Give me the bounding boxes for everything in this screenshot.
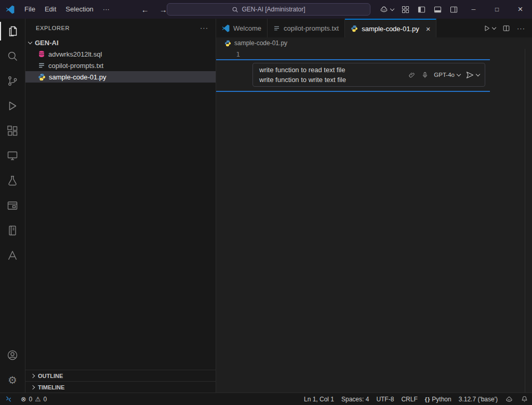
tab-sample-code-01-py[interactable]: sample-code-01.py × xyxy=(345,19,436,37)
panel-right-icon xyxy=(449,5,458,14)
error-count: 0 xyxy=(29,396,32,403)
copilot-icon xyxy=(379,5,389,14)
timeline-section-header[interactable]: TIMELINE xyxy=(25,381,216,393)
azure-icon xyxy=(6,249,19,262)
remote-indicator[interactable] xyxy=(0,393,17,405)
toggle-sidebar-button[interactable] xyxy=(414,0,430,19)
send-button[interactable] xyxy=(466,71,480,79)
tab-welcome[interactable]: Welcome xyxy=(216,19,268,37)
line-number: 1 xyxy=(216,50,240,58)
menu-selection[interactable]: Selection xyxy=(61,0,98,19)
editor-scrollbar[interactable] xyxy=(525,49,532,393)
file-sample-code-01-py[interactable]: sample-code-01.py xyxy=(25,71,216,83)
run-python-button[interactable] xyxy=(483,24,496,32)
voice-input-button[interactable] xyxy=(421,71,429,79)
inline-chat-widget[interactable]: write function to read text file write f… xyxy=(252,63,485,87)
minimize-button[interactable]: ─ xyxy=(462,0,485,19)
microphone-icon xyxy=(421,71,429,79)
file-copilot-prompts-txt[interactable]: copilot-prompts.txt xyxy=(25,60,216,71)
activity-extensions[interactable] xyxy=(0,118,25,143)
folder-gen-ai[interactable]: GEN-AI xyxy=(25,37,216,48)
copilot-status[interactable] xyxy=(501,393,517,405)
tab-close-icon[interactable]: × xyxy=(426,24,431,33)
activity-source-control[interactable] xyxy=(0,69,25,93)
menu-bar: File Edit Selection ··· xyxy=(20,0,114,19)
activity-accounts[interactable] xyxy=(0,343,25,368)
activity-explorer[interactable] xyxy=(0,19,25,44)
maximize-button[interactable]: □ xyxy=(485,0,509,19)
eol-status[interactable]: CRLF xyxy=(397,393,421,405)
explorer-sidebar: EXPLORER ··· GEN-AI advwrks2012lt.sql co… xyxy=(25,19,216,393)
inline-chat-bottom-border xyxy=(216,91,490,92)
source-control-icon xyxy=(6,75,19,87)
inline-chat-top-border xyxy=(216,59,490,60)
folder-name: GEN-AI xyxy=(35,39,59,47)
encoding-status[interactable]: UTF-8 xyxy=(373,393,397,405)
explorer-empty-space xyxy=(25,83,216,370)
outline-section-header[interactable]: OUTLINE xyxy=(25,370,216,381)
editor-actions: ··· xyxy=(483,19,532,37)
panel-left-icon xyxy=(417,5,426,14)
back-icon[interactable]: ← xyxy=(141,5,149,14)
problems-status[interactable]: ⊗ 0 ⚠ 0 xyxy=(17,393,50,405)
file-advwrks2012lt-sql[interactable]: advwrks2012lt.sql xyxy=(25,48,216,60)
close-button[interactable]: × xyxy=(509,0,532,19)
model-picker[interactable]: GPT-4o xyxy=(434,72,460,78)
extensions-icon xyxy=(6,125,19,137)
language-label: Python xyxy=(432,396,451,403)
split-editor-button[interactable] xyxy=(502,24,510,32)
python-file-icon xyxy=(38,73,46,81)
forward-icon[interactable]: → xyxy=(159,5,167,14)
vscode-logo-icon xyxy=(222,24,230,32)
warning-count: 0 xyxy=(43,396,47,403)
python-interpreter-status[interactable]: 3.12.7 ('base') xyxy=(455,393,501,405)
activity-dev-container[interactable] xyxy=(0,193,25,218)
file-name: sample-code-01.py xyxy=(49,73,107,81)
activity-settings[interactable]: ⚙ xyxy=(0,368,25,393)
copilot-menu-button[interactable] xyxy=(376,0,397,19)
explorer-more-actions[interactable]: ··· xyxy=(200,24,208,32)
activity-search[interactable] xyxy=(0,44,25,69)
command-center-search[interactable]: GEN-AI [Administrator] xyxy=(167,3,370,16)
activity-remote-explorer[interactable] xyxy=(0,143,25,168)
files-icon xyxy=(6,25,19,37)
menu-edit[interactable]: Edit xyxy=(40,0,61,19)
cursor-position-status[interactable]: Ln 1, Col 1 xyxy=(300,393,338,405)
explorer-title: EXPLORER xyxy=(36,25,70,31)
remote-explorer-icon xyxy=(6,150,19,162)
attach-context-button[interactable] xyxy=(408,71,416,79)
activity-bar: ⚙ xyxy=(0,19,25,393)
gear-icon: ⚙ xyxy=(8,375,17,385)
customize-layout-button[interactable] xyxy=(397,0,414,19)
activity-azure[interactable] xyxy=(0,243,25,268)
code-editor[interactable]: 1 write function to read text file write… xyxy=(216,49,532,393)
search-icon xyxy=(232,6,238,13)
testing-flask-icon xyxy=(6,174,19,187)
editor-more-actions[interactable]: ··· xyxy=(517,24,525,32)
editor-group: Welcome copilot-prompts.txt sample-code-… xyxy=(216,19,532,393)
activity-testing[interactable] xyxy=(0,168,25,193)
activity-run-debug[interactable] xyxy=(0,93,25,118)
chat-prompt-line-1: write function to read text file xyxy=(259,65,408,75)
status-bar-right: Ln 1, Col 1 Spaces: 4 UTF-8 CRLF { } Pyt… xyxy=(300,393,532,405)
sql-file-icon xyxy=(38,50,45,58)
chevron-down-icon xyxy=(390,6,394,10)
tab-copilot-prompts-txt[interactable]: copilot-prompts.txt xyxy=(268,19,345,37)
activity-notebook[interactable] xyxy=(0,218,25,243)
toggle-panel-button[interactable] xyxy=(430,0,446,19)
language-mode-status[interactable]: { } Python xyxy=(421,393,455,405)
toggle-secondary-sidebar-button[interactable] xyxy=(446,0,462,19)
text-file-icon xyxy=(38,62,45,69)
notifications-status[interactable] xyxy=(517,393,532,405)
breadcrumb: sample-code-01.py xyxy=(216,37,532,49)
panel-bottom-icon xyxy=(433,5,442,14)
copilot-icon xyxy=(505,395,513,403)
text-file-icon xyxy=(273,25,280,32)
indentation-status[interactable]: Spaces: 4 xyxy=(338,393,373,405)
vscode-logo-icon xyxy=(0,5,20,14)
breadcrumb-item[interactable]: sample-code-01.py xyxy=(234,39,287,47)
send-icon xyxy=(466,71,474,79)
menu-file[interactable]: File xyxy=(20,0,40,19)
menu-more[interactable]: ··· xyxy=(98,0,114,19)
inline-chat-input[interactable]: write function to read text file write f… xyxy=(259,65,408,85)
